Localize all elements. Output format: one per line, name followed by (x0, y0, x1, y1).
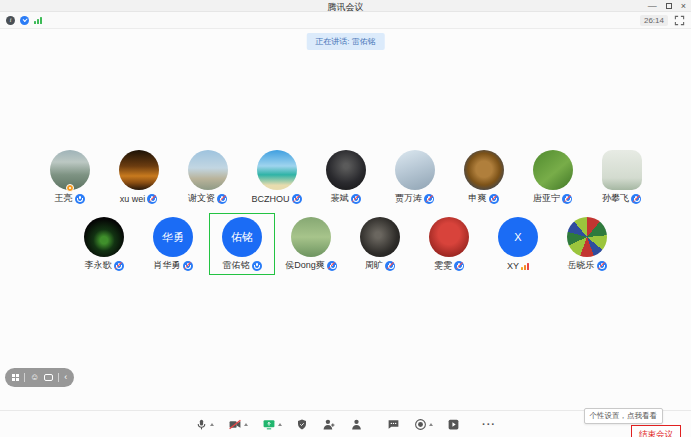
participants-button[interactable] (350, 414, 363, 434)
participant-tile[interactable]: 申爽 (455, 150, 513, 204)
mic-muted-icon (292, 194, 302, 204)
end-meeting-button[interactable]: 结束会议 (631, 425, 681, 437)
speaking-banner: 正在讲话: 雷佑铭 (306, 33, 384, 50)
participant-avatar (188, 150, 228, 190)
participant-avatar: 华勇 (153, 217, 193, 257)
caret-up-icon[interactable] (210, 423, 214, 426)
participant-name: 雯雯 (434, 259, 452, 272)
screenshare-button[interactable] (262, 414, 282, 434)
mic-muted-icon (217, 194, 227, 204)
invite-button[interactable] (322, 414, 336, 434)
screenshare-icon (262, 418, 276, 431)
chat-icon (387, 418, 400, 431)
participant-name: 雷佑铭 (223, 259, 250, 272)
mic-muted-icon (351, 194, 361, 204)
participant-tile[interactable]: 贾万涛 (386, 150, 444, 204)
participant-tile[interactable]: 李永歌 (75, 217, 133, 271)
participant-tile[interactable]: 雯雯 (420, 217, 478, 271)
mic-muted-icon (597, 261, 607, 271)
participant-name: 岳晓乐 (568, 259, 595, 272)
participant-avatar (291, 217, 331, 257)
participant-name: 侯Dong爽 (285, 259, 325, 272)
caret-up-icon[interactable] (244, 423, 248, 426)
caret-up-icon[interactable] (278, 423, 282, 426)
participant-avatar (533, 150, 573, 190)
participant-tile[interactable]: XXY (489, 217, 547, 271)
participant-name: 唐亚宁 (533, 192, 560, 205)
camera-button[interactable] (228, 414, 248, 434)
mic-muted-icon (454, 261, 464, 271)
maximize-button[interactable] (666, 3, 672, 9)
participant-tile[interactable]: 裴斌 (317, 150, 375, 204)
participant-tile[interactable]: 周旷 (351, 217, 409, 271)
network-quality-icon[interactable] (34, 16, 42, 24)
apps-icon (447, 418, 460, 431)
participant-tile[interactable]: 侯Dong爽 (282, 217, 340, 271)
participant-name: 李永歌 (85, 259, 112, 272)
participant-name: 王亮 (55, 192, 73, 205)
participant-avatar (464, 150, 504, 190)
participant-avatar (84, 217, 124, 257)
record-icon (414, 418, 427, 431)
participant-tile[interactable]: 华勇肖华勇 (144, 217, 202, 271)
participant-name: 谢文资 (188, 192, 215, 205)
participants-row-1: 王亮xu wei谢文资BCZHOU裴斌贾万涛申爽唐亚宁孙攀飞 (0, 150, 691, 204)
participant-avatar (602, 150, 642, 190)
mic-muted-icon (489, 194, 499, 204)
minimize-button[interactable]: — (648, 2, 657, 11)
participant-tile[interactable]: 谢文资 (179, 150, 237, 204)
close-button[interactable]: × (681, 2, 686, 11)
title-bar: 腾讯会议 — × (0, 0, 691, 12)
participant-tile[interactable]: 唐亚宁 (524, 150, 582, 204)
more-button[interactable]: ··· (482, 414, 496, 434)
participant-name: 孙攀飞 (602, 192, 629, 205)
participant-avatar (257, 150, 297, 190)
reaction-pill[interactable]: ☺ ‹ (5, 368, 74, 387)
participant-avatar (395, 150, 435, 190)
participant-name: 裴斌 (331, 192, 349, 205)
mic-muted-icon (562, 194, 572, 204)
participant-tile[interactable]: 王亮 (41, 150, 99, 204)
record-button[interactable] (414, 414, 433, 434)
collapse-chevron-icon[interactable]: ‹ (64, 373, 67, 382)
meeting-status-bar: i 26:14 (0, 12, 691, 29)
participant-tile[interactable]: BCZHOU (248, 150, 306, 204)
poor-network-signal-icon (521, 262, 529, 270)
mic-muted-icon (147, 194, 157, 204)
participant-tile[interactable]: 岳晓乐 (558, 217, 616, 271)
divider (24, 373, 25, 382)
participant-tile[interactable]: 孙攀飞 (593, 150, 651, 204)
security-shield-icon (296, 418, 308, 431)
mic-muted-icon (631, 194, 641, 204)
chat-bubble-icon[interactable] (44, 374, 53, 381)
participant-name: 周旷 (365, 259, 383, 272)
participant-avatar: X (498, 217, 538, 257)
chat-button[interactable] (387, 414, 400, 434)
participant-name: 贾万涛 (395, 192, 422, 205)
meeting-info-icon[interactable]: i (6, 16, 15, 25)
mic-muted-icon (183, 261, 193, 271)
participant-name: XY (507, 261, 519, 271)
shield-icon[interactable] (20, 16, 29, 25)
apps-grid-icon[interactable] (12, 374, 19, 381)
participant-tile[interactable]: 佑铭雷佑铭 (213, 217, 271, 271)
invite-person-icon (322, 418, 336, 431)
mic-muted-icon (385, 261, 395, 271)
divider (58, 373, 59, 382)
participant-name: xu wei (120, 194, 146, 204)
participant-avatar (429, 217, 469, 257)
participant-avatar (360, 217, 400, 257)
fullscreen-icon[interactable] (674, 15, 685, 26)
participants-row-2: 李永歌华勇肖华勇佑铭雷佑铭侯Dong爽周旷雯雯XXY岳晓乐 (0, 217, 691, 271)
smiley-icon[interactable]: ☺ (30, 373, 39, 382)
microphone-button[interactable] (195, 414, 214, 434)
caret-up-icon[interactable] (429, 423, 433, 426)
settings-tooltip: 个性设置，点我看看 (584, 408, 664, 424)
participant-tile[interactable]: xu wei (110, 150, 168, 204)
meeting-duration: 26:14 (640, 15, 668, 26)
apps-button[interactable] (447, 414, 460, 434)
participant-avatar (326, 150, 366, 190)
participant-name: 申爽 (469, 192, 487, 205)
reaction-badge (66, 184, 74, 192)
security-button[interactable] (296, 414, 308, 434)
